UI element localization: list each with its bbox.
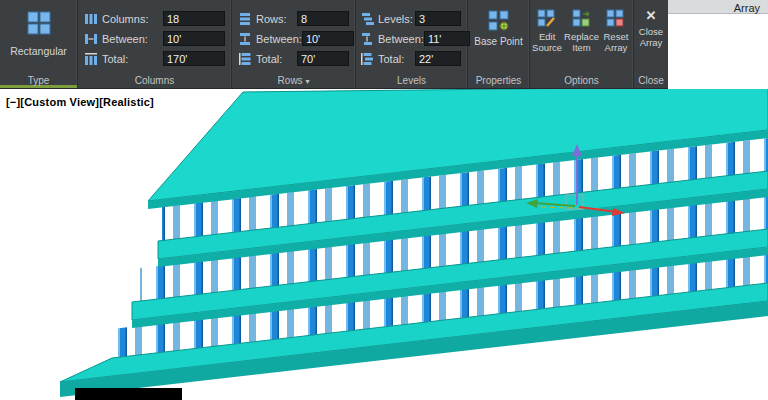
levels-total-icon bbox=[360, 52, 374, 66]
panel-columns: Columns: Between: Total: Columns bbox=[78, 0, 232, 88]
reset-array-icon bbox=[606, 9, 626, 29]
viewport-menu-control[interactable]: [−] bbox=[6, 96, 20, 108]
columns-count-icon bbox=[84, 12, 98, 26]
columns-between-row: Between: bbox=[84, 31, 225, 46]
columns-total-input[interactable] bbox=[163, 51, 225, 66]
base-point-button[interactable]: Base Point bbox=[468, 0, 529, 48]
close-icon: ✕ bbox=[646, 9, 657, 23]
columns-total-label: Total: bbox=[102, 53, 128, 65]
rows-between-input[interactable] bbox=[302, 31, 354, 46]
panel-title-type: Type bbox=[0, 75, 77, 86]
close-array-button[interactable]: ✕ Close Array bbox=[634, 0, 668, 49]
levels-total-input[interactable] bbox=[415, 51, 461, 66]
panel-title-levels: Levels bbox=[356, 75, 467, 86]
columns-count-input[interactable] bbox=[163, 11, 225, 26]
tab-array[interactable]: Array bbox=[734, 2, 760, 14]
levels-total-label: Total: bbox=[378, 53, 404, 65]
rows-total-icon bbox=[238, 52, 252, 66]
rows-count-row: Rows: bbox=[238, 11, 349, 26]
replace-item-icon bbox=[572, 9, 592, 29]
levels-between-row: Between: bbox=[360, 31, 461, 46]
rectangular-button-label: Rectangular bbox=[10, 45, 67, 57]
levels-between-label: Between: bbox=[378, 33, 424, 45]
rows-count-label: Rows: bbox=[256, 13, 287, 25]
levels-count-row: Levels: bbox=[360, 11, 461, 26]
rectangular-button[interactable]: Rectangular bbox=[0, 0, 77, 57]
levels-count-label: Levels: bbox=[378, 13, 413, 25]
panel-title-options: Options bbox=[530, 75, 633, 86]
rows-between-label: Between: bbox=[256, 33, 302, 45]
panel-options: Edit Source Replace Item bbox=[530, 0, 634, 88]
rows-count-icon bbox=[238, 12, 252, 26]
ribbon: Rectangular Type Columns: Between: bbox=[0, 0, 668, 89]
base-point-icon bbox=[488, 10, 510, 36]
chevron-down-icon: ▾ bbox=[305, 77, 309, 86]
3d-array-model bbox=[0, 89, 768, 400]
rows-total-label: Total: bbox=[256, 53, 282, 65]
viewport-view-control[interactable]: [Custom View] bbox=[20, 96, 99, 108]
panel-properties: Base Point Properties bbox=[468, 0, 530, 88]
panel-rows: Rows: Between: Total: Rows ▾ bbox=[232, 0, 356, 88]
bottom-black-bar bbox=[75, 388, 182, 400]
edit-source-icon bbox=[537, 9, 557, 29]
rows-total-input[interactable] bbox=[297, 51, 349, 66]
contextual-tab-strip: Array bbox=[668, 0, 768, 14]
panel-title-columns: Columns bbox=[78, 75, 231, 86]
columns-count-row: Columns: bbox=[84, 11, 225, 26]
rows-between-icon bbox=[238, 32, 252, 46]
levels-total-row: Total: bbox=[360, 51, 461, 66]
columns-between-label: Between: bbox=[102, 33, 148, 45]
columns-between-icon bbox=[84, 32, 98, 46]
rows-count-input[interactable] bbox=[297, 11, 349, 26]
panel-title-close: Close bbox=[634, 75, 668, 86]
columns-between-input[interactable] bbox=[163, 31, 225, 46]
columns-total-row: Total: bbox=[84, 51, 225, 66]
viewport-controls: [−][Custom View][Realistic] bbox=[6, 96, 154, 108]
rows-total-row: Total: bbox=[238, 51, 349, 66]
levels-between-icon bbox=[360, 32, 374, 46]
panel-title-rows[interactable]: Rows ▾ bbox=[232, 75, 355, 86]
panel-levels: Levels: Between: Total: Levels bbox=[356, 0, 468, 88]
levels-count-input[interactable] bbox=[415, 11, 461, 26]
panel-title-properties: Properties bbox=[468, 75, 529, 86]
panel-close: ✕ Close Array Close bbox=[634, 0, 668, 88]
viewport: [−][Custom View][Realistic] bbox=[0, 89, 768, 400]
viewport-visual-style-control[interactable]: [Realistic] bbox=[99, 96, 154, 108]
columns-count-label: Columns: bbox=[102, 13, 148, 25]
levels-count-icon bbox=[360, 12, 374, 26]
rows-between-row: Between: bbox=[238, 31, 349, 46]
levels-between-input[interactable] bbox=[424, 31, 470, 46]
rectangular-array-icon bbox=[26, 10, 52, 40]
columns-total-icon bbox=[84, 52, 98, 66]
base-point-label: Base Point bbox=[474, 36, 522, 48]
panel-type: Rectangular Type bbox=[0, 0, 78, 88]
